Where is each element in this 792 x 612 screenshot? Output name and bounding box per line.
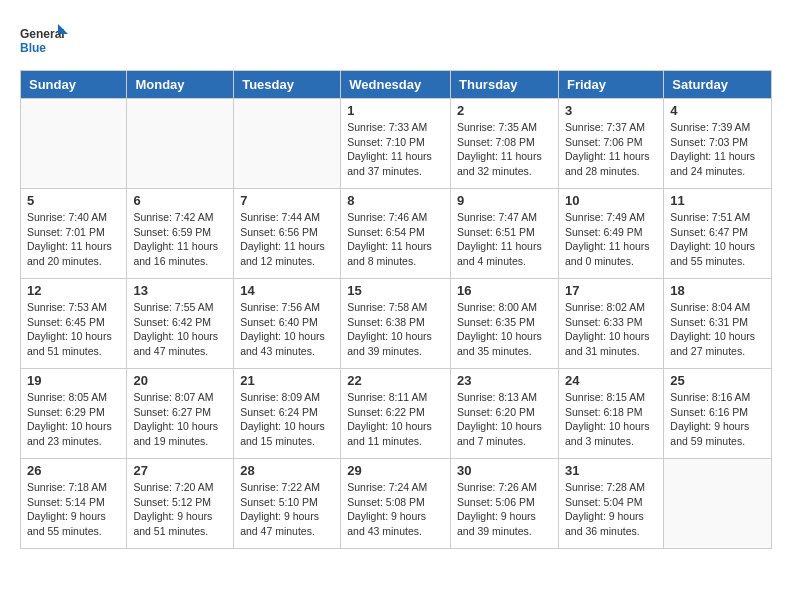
day-number: 27 (133, 463, 227, 478)
day-number: 15 (347, 283, 444, 298)
svg-text:Blue: Blue (20, 41, 46, 55)
day-number: 28 (240, 463, 334, 478)
day-info: Sunrise: 7:18 AM Sunset: 5:14 PM Dayligh… (27, 480, 120, 539)
day-cell: 11Sunrise: 7:51 AM Sunset: 6:47 PM Dayli… (664, 189, 772, 279)
day-cell: 26Sunrise: 7:18 AM Sunset: 5:14 PM Dayli… (21, 459, 127, 549)
day-info: Sunrise: 8:00 AM Sunset: 6:35 PM Dayligh… (457, 300, 552, 359)
day-number: 9 (457, 193, 552, 208)
day-cell: 10Sunrise: 7:49 AM Sunset: 6:49 PM Dayli… (558, 189, 663, 279)
day-cell: 3Sunrise: 7:37 AM Sunset: 7:06 PM Daylig… (558, 99, 663, 189)
logo: GeneralBlue (20, 20, 70, 60)
day-info: Sunrise: 8:11 AM Sunset: 6:22 PM Dayligh… (347, 390, 444, 449)
svg-text:General: General (20, 27, 65, 41)
day-number: 22 (347, 373, 444, 388)
day-number: 30 (457, 463, 552, 478)
day-info: Sunrise: 7:39 AM Sunset: 7:03 PM Dayligh… (670, 120, 765, 179)
page-container: GeneralBlue SundayMondayTuesdayWednesday… (20, 20, 772, 549)
day-number: 16 (457, 283, 552, 298)
day-number: 31 (565, 463, 657, 478)
week-row-2: 5Sunrise: 7:40 AM Sunset: 7:01 PM Daylig… (21, 189, 772, 279)
header: GeneralBlue (20, 20, 772, 60)
day-cell: 13Sunrise: 7:55 AM Sunset: 6:42 PM Dayli… (127, 279, 234, 369)
day-number: 19 (27, 373, 120, 388)
day-cell (234, 99, 341, 189)
day-info: Sunrise: 8:04 AM Sunset: 6:31 PM Dayligh… (670, 300, 765, 359)
day-info: Sunrise: 8:07 AM Sunset: 6:27 PM Dayligh… (133, 390, 227, 449)
day-cell: 31Sunrise: 7:28 AM Sunset: 5:04 PM Dayli… (558, 459, 663, 549)
day-number: 7 (240, 193, 334, 208)
day-info: Sunrise: 7:49 AM Sunset: 6:49 PM Dayligh… (565, 210, 657, 269)
day-number: 11 (670, 193, 765, 208)
day-cell: 24Sunrise: 8:15 AM Sunset: 6:18 PM Dayli… (558, 369, 663, 459)
weekday-header-wednesday: Wednesday (341, 71, 451, 99)
day-info: Sunrise: 7:40 AM Sunset: 7:01 PM Dayligh… (27, 210, 120, 269)
day-cell: 8Sunrise: 7:46 AM Sunset: 6:54 PM Daylig… (341, 189, 451, 279)
day-cell: 21Sunrise: 8:09 AM Sunset: 6:24 PM Dayli… (234, 369, 341, 459)
day-cell: 19Sunrise: 8:05 AM Sunset: 6:29 PM Dayli… (21, 369, 127, 459)
day-number: 17 (565, 283, 657, 298)
day-info: Sunrise: 7:46 AM Sunset: 6:54 PM Dayligh… (347, 210, 444, 269)
day-info: Sunrise: 7:51 AM Sunset: 6:47 PM Dayligh… (670, 210, 765, 269)
day-info: Sunrise: 7:28 AM Sunset: 5:04 PM Dayligh… (565, 480, 657, 539)
day-cell: 1Sunrise: 7:33 AM Sunset: 7:10 PM Daylig… (341, 99, 451, 189)
weekday-header-sunday: Sunday (21, 71, 127, 99)
weekday-header-row: SundayMondayTuesdayWednesdayThursdayFrid… (21, 71, 772, 99)
day-number: 20 (133, 373, 227, 388)
day-number: 23 (457, 373, 552, 388)
day-info: Sunrise: 7:56 AM Sunset: 6:40 PM Dayligh… (240, 300, 334, 359)
calendar-table: SundayMondayTuesdayWednesdayThursdayFrid… (20, 70, 772, 549)
day-cell: 27Sunrise: 7:20 AM Sunset: 5:12 PM Dayli… (127, 459, 234, 549)
day-number: 6 (133, 193, 227, 208)
day-info: Sunrise: 7:20 AM Sunset: 5:12 PM Dayligh… (133, 480, 227, 539)
day-number: 12 (27, 283, 120, 298)
day-info: Sunrise: 7:24 AM Sunset: 5:08 PM Dayligh… (347, 480, 444, 539)
weekday-header-friday: Friday (558, 71, 663, 99)
day-cell: 9Sunrise: 7:47 AM Sunset: 6:51 PM Daylig… (451, 189, 559, 279)
day-info: Sunrise: 8:15 AM Sunset: 6:18 PM Dayligh… (565, 390, 657, 449)
week-row-4: 19Sunrise: 8:05 AM Sunset: 6:29 PM Dayli… (21, 369, 772, 459)
day-number: 26 (27, 463, 120, 478)
day-cell: 15Sunrise: 7:58 AM Sunset: 6:38 PM Dayli… (341, 279, 451, 369)
week-row-3: 12Sunrise: 7:53 AM Sunset: 6:45 PM Dayli… (21, 279, 772, 369)
day-info: Sunrise: 8:16 AM Sunset: 6:16 PM Dayligh… (670, 390, 765, 449)
day-cell: 18Sunrise: 8:04 AM Sunset: 6:31 PM Dayli… (664, 279, 772, 369)
day-cell: 29Sunrise: 7:24 AM Sunset: 5:08 PM Dayli… (341, 459, 451, 549)
weekday-header-saturday: Saturday (664, 71, 772, 99)
day-number: 25 (670, 373, 765, 388)
week-row-5: 26Sunrise: 7:18 AM Sunset: 5:14 PM Dayli… (21, 459, 772, 549)
day-info: Sunrise: 7:22 AM Sunset: 5:10 PM Dayligh… (240, 480, 334, 539)
day-number: 2 (457, 103, 552, 118)
day-number: 3 (565, 103, 657, 118)
day-cell: 30Sunrise: 7:26 AM Sunset: 5:06 PM Dayli… (451, 459, 559, 549)
day-number: 8 (347, 193, 444, 208)
day-info: Sunrise: 8:02 AM Sunset: 6:33 PM Dayligh… (565, 300, 657, 359)
day-cell: 7Sunrise: 7:44 AM Sunset: 6:56 PM Daylig… (234, 189, 341, 279)
day-cell: 28Sunrise: 7:22 AM Sunset: 5:10 PM Dayli… (234, 459, 341, 549)
day-cell (127, 99, 234, 189)
day-info: Sunrise: 7:35 AM Sunset: 7:08 PM Dayligh… (457, 120, 552, 179)
weekday-header-monday: Monday (127, 71, 234, 99)
week-row-1: 1Sunrise: 7:33 AM Sunset: 7:10 PM Daylig… (21, 99, 772, 189)
day-info: Sunrise: 8:09 AM Sunset: 6:24 PM Dayligh… (240, 390, 334, 449)
day-number: 14 (240, 283, 334, 298)
day-cell: 12Sunrise: 7:53 AM Sunset: 6:45 PM Dayli… (21, 279, 127, 369)
day-cell (21, 99, 127, 189)
day-cell: 5Sunrise: 7:40 AM Sunset: 7:01 PM Daylig… (21, 189, 127, 279)
day-cell: 25Sunrise: 8:16 AM Sunset: 6:16 PM Dayli… (664, 369, 772, 459)
day-info: Sunrise: 7:58 AM Sunset: 6:38 PM Dayligh… (347, 300, 444, 359)
day-number: 29 (347, 463, 444, 478)
day-info: Sunrise: 8:13 AM Sunset: 6:20 PM Dayligh… (457, 390, 552, 449)
day-info: Sunrise: 7:44 AM Sunset: 6:56 PM Dayligh… (240, 210, 334, 269)
day-cell: 16Sunrise: 8:00 AM Sunset: 6:35 PM Dayli… (451, 279, 559, 369)
day-info: Sunrise: 8:05 AM Sunset: 6:29 PM Dayligh… (27, 390, 120, 449)
day-info: Sunrise: 7:33 AM Sunset: 7:10 PM Dayligh… (347, 120, 444, 179)
day-number: 4 (670, 103, 765, 118)
day-info: Sunrise: 7:53 AM Sunset: 6:45 PM Dayligh… (27, 300, 120, 359)
day-number: 21 (240, 373, 334, 388)
day-info: Sunrise: 7:37 AM Sunset: 7:06 PM Dayligh… (565, 120, 657, 179)
day-cell: 17Sunrise: 8:02 AM Sunset: 6:33 PM Dayli… (558, 279, 663, 369)
day-number: 13 (133, 283, 227, 298)
weekday-header-tuesday: Tuesday (234, 71, 341, 99)
day-info: Sunrise: 7:47 AM Sunset: 6:51 PM Dayligh… (457, 210, 552, 269)
day-number: 1 (347, 103, 444, 118)
